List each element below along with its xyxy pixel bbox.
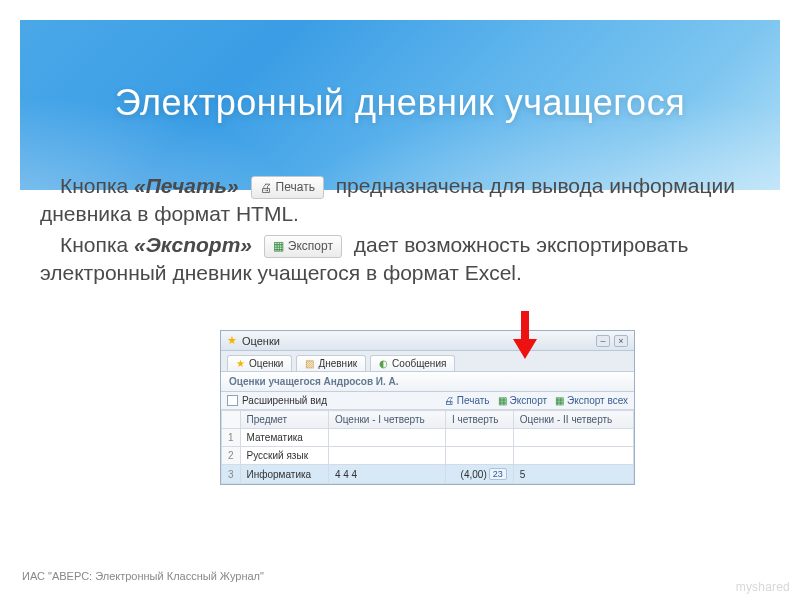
excel-icon: ▦ [555,395,564,406]
avg-cell: (4,00) 23 [446,465,514,484]
col-grades-q1: Оценки - I четверть [328,411,445,429]
slide-body: Кнопка «Печать» 🖨Печать предназначена дл… [40,170,760,289]
p2-prefix: Кнопка [60,233,134,256]
col-grades-q2: Оценки - II четверть [513,411,633,429]
p1-prefix: Кнопка [60,174,134,197]
star-icon: ★ [236,358,245,369]
tab-messages[interactable]: ◐ Сообщения [370,355,455,371]
table-header-row: Предмет Оценки - I четверть I четверть О… [222,411,634,429]
tab-diary[interactable]: ▧ Дневник [296,355,366,371]
footer-text: ИАС "АВЕРС: Электронный Классный Журнал" [22,570,264,582]
expanded-view-checkbox[interactable]: Расширенный вид [227,395,327,406]
table-row[interactable]: 2 Русский язык [222,447,634,465]
slide-header: Электронный дневник учащегося [20,20,780,190]
window-title: Оценки [242,335,280,347]
printer-icon: 🖨 [260,180,272,196]
inline-export-button: ▦Экспорт [264,235,342,258]
collapse-button[interactable]: – [596,335,610,347]
document-icon: ▧ [305,358,314,369]
col-subject: Предмет [240,411,328,429]
toolbar: Расширенный вид 🖨 Печать ▦ Экспорт ▦ Экс… [221,392,634,410]
window-titlebar: ★ Оценки – × [221,331,634,351]
watermark: myshared [736,580,790,594]
app-window: ★ Оценки – × ★ Оценки ▧ Дневник ◐ Сообще… [220,330,635,485]
panel-subtitle: Оценки учащегося Андросов И. А. [221,371,634,392]
p2-btn-label: «Экспорт» [134,233,252,256]
export-all-button[interactable]: ▦ Экспорт всех [555,395,628,406]
tab-grades[interactable]: ★ Оценки [227,355,292,371]
export-button[interactable]: ▦ Экспорт [498,395,548,406]
col-rownum [222,411,241,429]
print-button[interactable]: 🖨 Печать [444,395,490,406]
printer-icon: 🖨 [444,395,454,406]
p1-btn-label: «Печать» [134,174,239,197]
excel-icon: ▦ [498,395,507,406]
excel-icon: ▦ [273,238,284,254]
col-q1: I четверть [446,411,514,429]
chat-icon: ◐ [379,358,388,369]
avg-count-badge[interactable]: 23 [489,468,507,480]
inline-print-button: 🖨Печать [251,176,324,199]
slide-title: Электронный дневник учащегося [20,82,780,124]
tab-strip: ★ Оценки ▧ Дневник ◐ Сообщения [221,351,634,371]
table-row[interactable]: 1 Математика [222,429,634,447]
close-button[interactable]: × [614,335,628,347]
grades-table: Предмет Оценки - I четверть I четверть О… [221,410,634,484]
table-row[interactable]: 3 Информатика 4 4 4 (4,00) 23 5 [222,465,634,484]
checkbox-icon [227,395,238,406]
window-icon: ★ [227,334,237,347]
